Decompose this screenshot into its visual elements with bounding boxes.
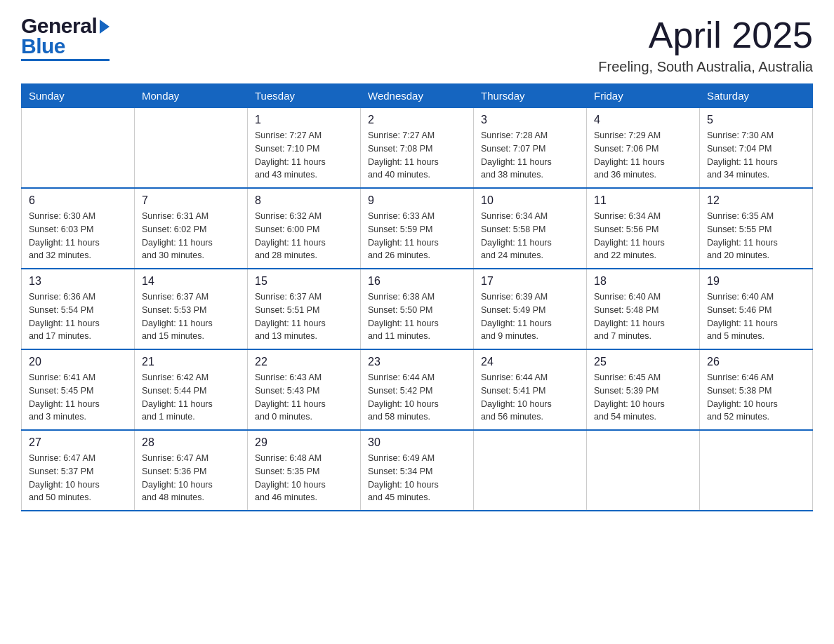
calendar-cell: 5Sunrise: 7:30 AM Sunset: 7:04 PM Daylig… (700, 108, 813, 189)
day-info: Sunrise: 6:30 AM Sunset: 6:03 PM Dayligh… (29, 210, 127, 262)
day-info: Sunrise: 6:34 AM Sunset: 5:56 PM Dayligh… (594, 210, 692, 262)
calendar-week-row: 13Sunrise: 6:36 AM Sunset: 5:54 PM Dayli… (22, 269, 813, 349)
calendar-title: April 2025 Freeling, South Australia, Au… (598, 14, 813, 75)
day-number: 20 (29, 356, 127, 368)
day-number: 8 (255, 194, 353, 207)
day-info: Sunrise: 7:27 AM Sunset: 7:10 PM Dayligh… (255, 129, 353, 182)
day-number: 29 (255, 436, 353, 449)
day-info: Sunrise: 6:43 AM Sunset: 5:43 PM Dayligh… (255, 371, 353, 424)
calendar-cell: 14Sunrise: 6:37 AM Sunset: 5:53 PM Dayli… (135, 269, 248, 349)
calendar-cell: 27Sunrise: 6:47 AM Sunset: 5:37 PM Dayli… (22, 430, 135, 511)
day-info: Sunrise: 7:30 AM Sunset: 7:04 PM Dayligh… (707, 129, 805, 182)
calendar-cell: 13Sunrise: 6:36 AM Sunset: 5:54 PM Dayli… (22, 269, 135, 349)
day-info: Sunrise: 7:28 AM Sunset: 7:07 PM Dayligh… (481, 129, 579, 182)
day-number: 1 (255, 114, 353, 126)
day-info: Sunrise: 6:49 AM Sunset: 5:34 PM Dayligh… (368, 452, 466, 504)
calendar-cell: 9Sunrise: 6:33 AM Sunset: 5:59 PM Daylig… (361, 188, 474, 269)
day-number: 7 (142, 194, 240, 207)
col-sunday: Sunday (22, 84, 135, 108)
day-info: Sunrise: 6:48 AM Sunset: 5:35 PM Dayligh… (255, 452, 353, 504)
calendar-cell: 2Sunrise: 7:27 AM Sunset: 7:08 PM Daylig… (361, 108, 474, 189)
month-year-heading: April 2025 (598, 14, 813, 56)
day-number: 13 (29, 275, 127, 288)
day-info: Sunrise: 6:44 AM Sunset: 5:41 PM Dayligh… (481, 371, 579, 424)
logo-underline (21, 59, 110, 61)
day-info: Sunrise: 7:29 AM Sunset: 7:06 PM Dayligh… (594, 129, 692, 182)
col-saturday: Saturday (700, 84, 813, 108)
calendar-cell: 23Sunrise: 6:44 AM Sunset: 5:42 PM Dayli… (361, 349, 474, 430)
calendar-cell: 10Sunrise: 6:34 AM Sunset: 5:58 PM Dayli… (474, 188, 587, 269)
day-info: Sunrise: 6:46 AM Sunset: 5:38 PM Dayligh… (707, 371, 805, 424)
day-number: 17 (481, 275, 579, 288)
day-info: Sunrise: 6:42 AM Sunset: 5:44 PM Dayligh… (142, 371, 240, 424)
day-info: Sunrise: 6:40 AM Sunset: 5:46 PM Dayligh… (707, 290, 805, 343)
day-info: Sunrise: 6:36 AM Sunset: 5:54 PM Dayligh… (29, 290, 127, 343)
day-number: 19 (707, 275, 805, 288)
day-info: Sunrise: 6:32 AM Sunset: 6:00 PM Dayligh… (255, 210, 353, 262)
day-info: Sunrise: 6:40 AM Sunset: 5:48 PM Dayligh… (594, 290, 692, 343)
day-info: Sunrise: 6:35 AM Sunset: 5:55 PM Dayligh… (707, 210, 805, 262)
day-info: Sunrise: 6:39 AM Sunset: 5:49 PM Dayligh… (481, 290, 579, 343)
calendar-cell: 19Sunrise: 6:40 AM Sunset: 5:46 PM Dayli… (700, 269, 813, 349)
col-thursday: Thursday (474, 84, 587, 108)
day-info: Sunrise: 6:47 AM Sunset: 5:36 PM Dayligh… (142, 452, 240, 504)
day-info: Sunrise: 7:27 AM Sunset: 7:08 PM Dayligh… (368, 129, 466, 182)
calendar-body: 1Sunrise: 7:27 AM Sunset: 7:10 PM Daylig… (22, 108, 813, 511)
day-number: 15 (255, 275, 353, 288)
calendar-week-row: 27Sunrise: 6:47 AM Sunset: 5:37 PM Dayli… (22, 430, 813, 511)
day-number: 10 (481, 194, 579, 207)
day-number: 26 (707, 356, 805, 368)
calendar-cell: 28Sunrise: 6:47 AM Sunset: 5:36 PM Dayli… (135, 430, 248, 511)
location-text: Freeling, South Australia, Australia (598, 59, 813, 75)
calendar-cell (587, 430, 700, 511)
calendar-cell (22, 108, 135, 189)
day-number: 22 (255, 356, 353, 368)
day-info: Sunrise: 6:38 AM Sunset: 5:50 PM Dayligh… (368, 290, 466, 343)
header-row: Sunday Monday Tuesday Wednesday Thursday… (22, 84, 813, 108)
day-number: 2 (368, 114, 466, 126)
col-wednesday: Wednesday (361, 84, 474, 108)
calendar-cell: 1Sunrise: 7:27 AM Sunset: 7:10 PM Daylig… (248, 108, 361, 189)
day-info: Sunrise: 6:41 AM Sunset: 5:45 PM Dayligh… (29, 371, 127, 424)
day-number: 4 (594, 114, 692, 126)
day-number: 18 (594, 275, 692, 288)
day-number: 30 (368, 436, 466, 449)
day-number: 28 (142, 436, 240, 449)
day-number: 12 (707, 194, 805, 207)
col-tuesday: Tuesday (248, 84, 361, 108)
day-info: Sunrise: 6:45 AM Sunset: 5:39 PM Dayligh… (594, 371, 692, 424)
calendar-week-row: 1Sunrise: 7:27 AM Sunset: 7:10 PM Daylig… (22, 108, 813, 189)
calendar-cell: 24Sunrise: 6:44 AM Sunset: 5:41 PM Dayli… (474, 349, 587, 430)
calendar-cell: 3Sunrise: 7:28 AM Sunset: 7:07 PM Daylig… (474, 108, 587, 189)
day-number: 25 (594, 356, 692, 368)
calendar-cell: 20Sunrise: 6:41 AM Sunset: 5:45 PM Dayli… (22, 349, 135, 430)
calendar-cell: 16Sunrise: 6:38 AM Sunset: 5:50 PM Dayli… (361, 269, 474, 349)
day-number: 14 (142, 275, 240, 288)
day-number: 5 (707, 114, 805, 126)
day-info: Sunrise: 6:47 AM Sunset: 5:37 PM Dayligh… (29, 452, 127, 504)
calendar-cell (474, 430, 587, 511)
logo-container: General Blue (21, 14, 110, 61)
calendar-week-row: 20Sunrise: 6:41 AM Sunset: 5:45 PM Dayli… (22, 349, 813, 430)
calendar-cell: 15Sunrise: 6:37 AM Sunset: 5:51 PM Dayli… (248, 269, 361, 349)
calendar-cell: 12Sunrise: 6:35 AM Sunset: 5:55 PM Dayli… (700, 188, 813, 269)
day-number: 24 (481, 356, 579, 368)
calendar-cell: 25Sunrise: 6:45 AM Sunset: 5:39 PM Dayli… (587, 349, 700, 430)
calendar-cell: 26Sunrise: 6:46 AM Sunset: 5:38 PM Dayli… (700, 349, 813, 430)
calendar-week-row: 6Sunrise: 6:30 AM Sunset: 6:03 PM Daylig… (22, 188, 813, 269)
calendar-cell: 30Sunrise: 6:49 AM Sunset: 5:34 PM Dayli… (361, 430, 474, 511)
calendar-cell (700, 430, 813, 511)
day-number: 3 (481, 114, 579, 126)
day-info: Sunrise: 6:44 AM Sunset: 5:42 PM Dayligh… (368, 371, 466, 424)
calendar-header: Sunday Monday Tuesday Wednesday Thursday… (22, 84, 813, 108)
calendar-cell: 11Sunrise: 6:34 AM Sunset: 5:56 PM Dayli… (587, 188, 700, 269)
calendar-cell (135, 108, 248, 189)
calendar-cell: 17Sunrise: 6:39 AM Sunset: 5:49 PM Dayli… (474, 269, 587, 349)
col-monday: Monday (135, 84, 248, 108)
day-info: Sunrise: 6:37 AM Sunset: 5:53 PM Dayligh… (142, 290, 240, 343)
day-number: 6 (29, 194, 127, 207)
calendar-cell: 4Sunrise: 7:29 AM Sunset: 7:06 PM Daylig… (587, 108, 700, 189)
calendar-cell: 8Sunrise: 6:32 AM Sunset: 6:00 PM Daylig… (248, 188, 361, 269)
col-friday: Friday (587, 84, 700, 108)
calendar-cell: 22Sunrise: 6:43 AM Sunset: 5:43 PM Dayli… (248, 349, 361, 430)
